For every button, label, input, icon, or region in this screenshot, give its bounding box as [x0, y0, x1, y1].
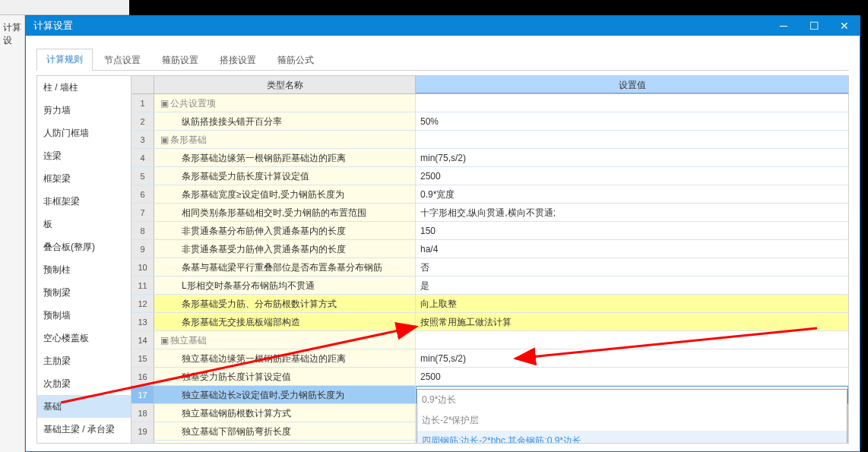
tab-4[interactable]: 箍筋公式 — [268, 49, 324, 71]
settings-grid: 类型名称 设置值 1▣ 公共设置项2纵筋搭接接头错开百分率50%3▣ 条形基础4… — [131, 76, 848, 443]
main-content: 柱 / 墙柱剪力墙人防门框墙连梁框架梁非框架梁板叠合板(整厚)预制柱预制梁预制墙… — [36, 75, 849, 444]
row-value[interactable]: ha/4 — [416, 240, 848, 258]
category-item[interactable]: 非框架梁 — [37, 190, 131, 213]
row-number: 18 — [131, 404, 154, 422]
row-type-name: 相同类别条形基础相交时,受力钢筋的布置范围 — [154, 204, 416, 221]
row-type-name: L形相交时条基分布钢筋均不贯通 — [154, 277, 416, 294]
row-type-name: 独立基础上部钢筋弯折长度 — [154, 441, 416, 443]
calc-settings-dialog: 计算设置 ─ ☐ ✕ 计算规则节点设置箍筋设置搭接设置箍筋公式 柱 / 墙柱剪力… — [25, 15, 860, 452]
maximize-button[interactable]: ☐ — [799, 16, 829, 36]
row-number: 2 — [131, 112, 154, 130]
row-value — [416, 331, 848, 349]
category-item[interactable]: 基础主梁 / 承台梁 — [37, 418, 131, 441]
category-item[interactable]: 连梁 — [37, 144, 131, 167]
section-toggle-icon[interactable]: ▣ — [160, 94, 168, 112]
grid-row[interactable]: 5条形基础受力筋长度计算设定值2500 — [131, 167, 848, 185]
row-type-name: 条形基础无交接底板端部构造 — [154, 313, 416, 330]
dropdown-option[interactable]: 四周钢筋:边长-2*bhc,其余钢筋:0.9*边长 — [417, 431, 847, 443]
grid-row[interactable]: 2纵筋搭接接头错开百分率50% — [131, 112, 848, 131]
category-item[interactable]: 预制梁 — [37, 281, 131, 304]
row-value[interactable]: 2500 — [416, 368, 848, 385]
grid-row[interactable]: 7相同类别条形基础相交时,受力钢筋的布置范围十字形相交,纵向贯通,横向不贯通; — [131, 204, 848, 222]
grid-row[interactable]: 4条形基础边缘第一根钢筋距基础边的距离min(75,s/2) — [131, 149, 848, 167]
row-type-name: 独基受力筋长度计算设定值 — [154, 368, 416, 385]
row-value — [416, 94, 848, 112]
row-type-name: 条形基础受力筋、分布筋根数计算方式 — [154, 295, 416, 312]
grid-row[interactable]: 16独基受力筋长度计算设定值2500 — [131, 368, 848, 386]
row-number: 19 — [131, 422, 154, 440]
grid-section-row[interactable]: 14▣ 独立基础 — [131, 331, 848, 349]
category-item[interactable]: 主肋梁 — [37, 349, 131, 372]
close-button[interactable]: ✕ — [829, 16, 860, 36]
dropdown-option[interactable]: 0.9*边长 — [417, 390, 847, 410]
section-toggle-icon[interactable]: ▣ — [160, 131, 168, 148]
section-toggle-icon[interactable]: ▣ — [160, 331, 168, 349]
row-value[interactable]: 50% — [416, 112, 848, 130]
tab-0[interactable]: 计算规则 — [36, 49, 93, 71]
row-type-name: 独立基础钢筋根数计算方式 — [154, 404, 416, 422]
grid-section-row[interactable]: 3▣ 条形基础 — [131, 131, 848, 149]
row-value[interactable]: 按照常用施工做法计算 — [416, 313, 848, 330]
row-value — [416, 131, 848, 148]
minimize-button[interactable]: ─ — [768, 16, 799, 36]
grid-section-row[interactable]: 1▣ 公共设置项 — [131, 94, 848, 112]
category-item[interactable]: 次肋梁 — [37, 372, 131, 395]
row-number: 20 — [131, 441, 154, 443]
grid-row[interactable]: 9非贯通条基受力筋伸入贯通条基内的长度ha/4 — [131, 240, 848, 258]
tab-1[interactable]: 节点设置 — [94, 49, 150, 71]
row-number: 5 — [131, 167, 154, 185]
row-value[interactable]: min(75,s/2) — [416, 349, 848, 367]
row-type-name: 非贯通条基受力筋伸入贯通条基内的长度 — [154, 240, 416, 258]
category-item[interactable]: 人防门框墙 — [37, 122, 131, 144]
value-dropdown: 0.9*边长边长-2*保护层四周钢筋:边长-2*bhc,其余钢筋:0.9*边长0… — [417, 389, 847, 443]
row-type-name: 条形基础宽度≥设定值时,受力钢筋长度为 — [154, 185, 416, 203]
row-value[interactable]: 是 — [416, 277, 848, 294]
category-item[interactable]: 板 — [37, 213, 131, 235]
row-number: 10 — [131, 258, 154, 276]
row-value[interactable]: 向上取整 — [416, 295, 848, 312]
row-number: 9 — [131, 240, 154, 258]
row-number: 4 — [131, 149, 154, 166]
row-number: 16 — [131, 368, 154, 385]
grid-row[interactable]: 13条形基础无交接底板端部构造按照常用施工做法计算 — [131, 313, 848, 331]
grid-row[interactable]: 11L形相交时条基分布钢筋均不贯通是 — [131, 277, 848, 295]
grid-header-value[interactable]: 设置值 — [416, 76, 848, 93]
app-left-label: 计算设 — [3, 21, 24, 47]
grid-row[interactable]: 15独立基础边缘第一根钢筋距基础边的距离min(75,s/2) — [131, 349, 848, 368]
row-type-name: 条基与基础梁平行重叠部位是否布置条基分布钢筋 — [154, 258, 416, 276]
row-value[interactable]: 2500 — [416, 167, 848, 185]
grid-row[interactable]: 6条形基础宽度≥设定值时,受力钢筋长度为0.9*宽度 — [131, 185, 848, 204]
category-item[interactable]: 框架梁 — [37, 167, 131, 190]
row-number: 7 — [131, 204, 154, 221]
grid-header-type-name: 类型名称 — [154, 76, 416, 93]
tab-2[interactable]: 箍筋设置 — [152, 49, 208, 71]
row-type-name: 非贯通条基分布筋伸入贯通条基内的长度 — [154, 222, 416, 239]
grid-row[interactable]: 10条基与基础梁平行重叠部位是否布置条基分布钢筋否 — [131, 258, 848, 277]
tabs: 计算规则节点设置箍筋设置搭接设置箍筋公式 — [36, 49, 849, 71]
dialog-title: 计算设置 — [33, 19, 768, 33]
category-item[interactable]: 剪力墙 — [37, 99, 131, 122]
category-item[interactable]: 预制柱 — [37, 258, 131, 281]
category-item[interactable]: 预制墙 — [37, 304, 131, 327]
dropdown-option[interactable]: 边长-2*保护层 — [417, 410, 847, 431]
category-item[interactable]: 柱 / 墙柱 — [37, 76, 131, 99]
row-number: 6 — [131, 185, 154, 203]
grid-row[interactable]: 12条形基础受力筋、分布筋根数计算方式向上取整 — [131, 295, 848, 313]
grid-header-num — [131, 76, 154, 93]
row-value[interactable]: 150 — [416, 222, 848, 239]
category-item[interactable]: 空心楼盖板 — [37, 327, 131, 349]
tab-3[interactable]: 搭接设置 — [210, 49, 266, 71]
category-item[interactable]: 基础次梁 — [37, 441, 131, 443]
row-number: 3 — [131, 131, 154, 148]
row-type-name: 条形基础受力筋长度计算设定值 — [154, 167, 416, 185]
row-number: 1 — [131, 94, 154, 112]
row-type-name: 条形基础边缘第一根钢筋距基础边的距离 — [154, 149, 416, 166]
row-value[interactable]: 十字形相交,纵向贯通,横向不贯通; — [416, 204, 848, 221]
row-type-name: ▣ 条形基础 — [154, 131, 416, 148]
category-item[interactable]: 基础 — [37, 395, 131, 418]
row-value[interactable]: 0.9*宽度 — [416, 185, 848, 203]
row-value[interactable]: min(75,s/2) — [416, 149, 848, 166]
row-value[interactable]: 否 — [416, 258, 848, 276]
category-item[interactable]: 叠合板(整厚) — [37, 235, 131, 258]
grid-row[interactable]: 8非贯通条基分布筋伸入贯通条基内的长度150 — [131, 222, 848, 240]
